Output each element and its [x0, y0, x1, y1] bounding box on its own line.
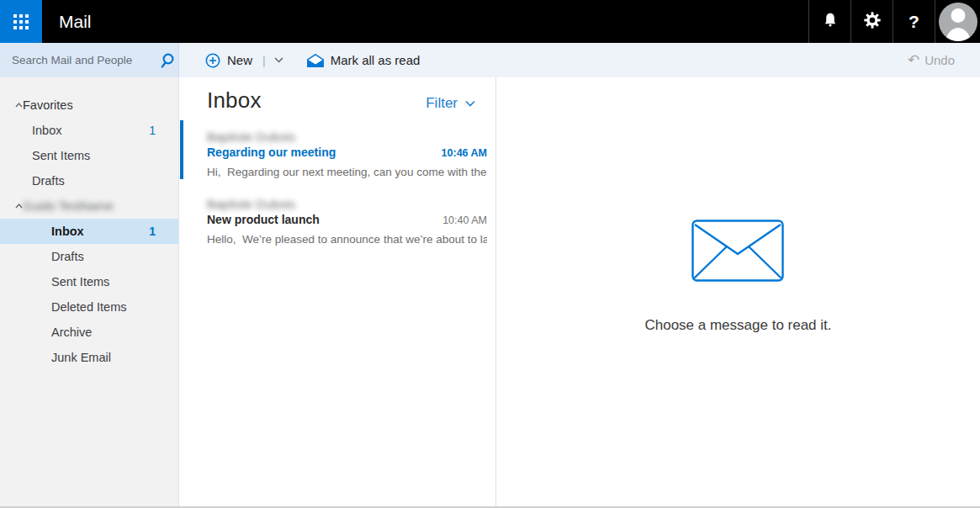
bell-icon — [821, 11, 840, 33]
help-icon: ? — [908, 12, 919, 32]
sidebar-item-junk-email[interactable]: Junk Email — [0, 345, 178, 370]
gear-icon — [863, 11, 882, 33]
top-bar: Mail — [0, 0, 980, 43]
favorites-group-header[interactable]: Favorites — [0, 93, 178, 118]
mark-all-as-read-button[interactable]: Mark all as read — [307, 53, 421, 67]
unread-count: 1 — [149, 225, 156, 238]
chevron-up-icon — [0, 204, 23, 209]
app-title: Mail — [59, 0, 92, 43]
search-box — [0, 43, 179, 77]
folder-label: Archive — [51, 325, 92, 339]
unread-count: 1 — [149, 124, 156, 137]
message-subject: Regarding our meeting — [207, 146, 435, 159]
settings-button[interactable] — [850, 0, 893, 43]
folder-label: Inbox — [51, 225, 84, 238]
command-row: New | Mark all as read ↶ Undo — [0, 43, 980, 77]
filter-button[interactable]: Filter — [426, 95, 475, 114]
group-label: Favorites — [23, 98, 73, 112]
sender-name-redacted: Baptiste Dubois — [207, 128, 487, 146]
app-launcher-button[interactable] — [0, 0, 42, 43]
divider: | — [262, 54, 266, 67]
message-time: 10:46 AM — [442, 147, 487, 159]
message-list: Inbox Filter Baptiste Dubois Regarding o… — [179, 77, 496, 506]
avatar — [939, 3, 977, 41]
folder-label: Drafts — [32, 174, 65, 188]
sender-name-redacted: Baptiste Dubois — [207, 195, 487, 213]
notifications-button[interactable] — [808, 0, 850, 43]
sidebar-item-inbox-favorite[interactable]: Inbox 1 — [0, 118, 178, 143]
folder-label: Inbox — [32, 124, 61, 137]
toolbar: New | Mark all as read ↶ Undo — [179, 43, 980, 77]
waffle-icon — [13, 14, 29, 29]
empty-state-message: Choose a message to read it. — [644, 317, 831, 334]
undo-icon: ↶ — [908, 53, 919, 67]
open-envelope-icon — [307, 54, 324, 67]
new-button-label: New — [227, 53, 252, 67]
sidebar-item-sent-items[interactable]: Sent Items — [0, 269, 178, 294]
sidebar-item-deleted-items[interactable]: Deleted Items — [0, 294, 178, 320]
search-input[interactable] — [12, 54, 161, 66]
sidebar-item-drafts-favorite[interactable]: Drafts — [0, 168, 178, 193]
folder-label: Junk Email — [51, 351, 111, 364]
sidebar-item-archive[interactable]: Archive — [0, 320, 178, 345]
sidebar-item-sent-items-favorite[interactable]: Sent Items — [0, 143, 178, 168]
list-title: Inbox — [207, 87, 262, 114]
message-preview: Hi, Regarding our next meeting, can you … — [207, 163, 487, 181]
sidebar-item-inbox[interactable]: Inbox 1 — [0, 219, 178, 244]
undo-button[interactable]: ↶ Undo — [908, 53, 955, 67]
message-subject: New product launch — [207, 213, 436, 226]
filter-label: Filter — [426, 95, 458, 112]
message-row[interactable]: Baptiste Dubois Regarding our meeting 10… — [179, 120, 495, 188]
folder-label: Deleted Items — [51, 300, 126, 314]
folder-sidebar: Favorites Inbox 1 Sent Items Drafts Guid… — [0, 77, 179, 506]
undo-label: Undo — [924, 53, 955, 67]
folder-label: Drafts — [51, 250, 84, 263]
main-region: Favorites Inbox 1 Sent Items Drafts Guid… — [0, 77, 980, 506]
reading-pane: Choose a message to read it. — [496, 77, 980, 506]
message-list-header: Inbox Filter — [179, 77, 495, 120]
account-group-header[interactable]: Guido TestName — [0, 193, 178, 219]
unread-indicator — [180, 120, 183, 179]
mail-app-window: Mail — [0, 0, 980, 508]
new-message-button[interactable]: New | — [205, 53, 283, 68]
folder-label: Sent Items — [32, 149, 90, 162]
search-icon — [161, 52, 177, 69]
chevron-up-icon — [0, 103, 23, 108]
envelope-illustration-icon — [691, 220, 784, 282]
account-menu-button[interactable] — [935, 0, 980, 43]
mark-all-label: Mark all as read — [331, 53, 421, 67]
message-row[interactable]: Baptiste Dubois New product launch 10:40… — [179, 188, 495, 255]
sidebar-item-drafts[interactable]: Drafts — [0, 244, 178, 269]
chevron-down-icon — [274, 57, 283, 63]
chevron-down-icon — [465, 100, 475, 107]
message-time: 10:40 AM — [442, 214, 487, 226]
folder-label: Sent Items — [51, 275, 109, 288]
plus-circle-icon — [205, 53, 220, 68]
help-button[interactable]: ? — [893, 0, 935, 43]
account-name-redacted: Guido TestName — [23, 199, 114, 213]
message-preview: Hello, We’re pleased to announce that we… — [207, 230, 487, 248]
search-button[interactable] — [161, 50, 177, 71]
